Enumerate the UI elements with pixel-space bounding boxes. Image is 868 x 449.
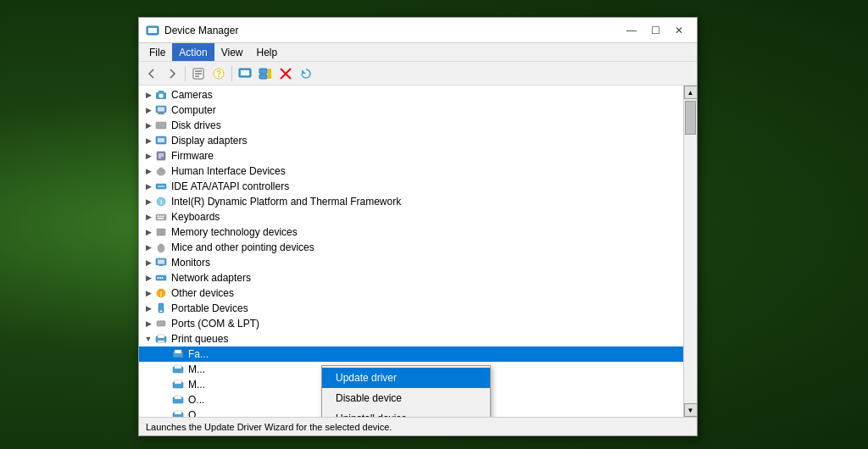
expand-arrow: ▶ (142, 119, 154, 131)
scrollbar[interactable]: ▲ ▼ (683, 86, 697, 417)
list-item[interactable]: ▶ Portable Devices (139, 301, 683, 316)
list-item[interactable]: ▶ ! Other devices (139, 285, 683, 301)
menu-view[interactable]: View (214, 43, 250, 61)
expand-arrow: ▶ (142, 318, 154, 330)
properties-toolbar-button[interactable] (189, 64, 208, 83)
keyboards-label: Keyboards (171, 211, 220, 223)
content-area: ▶ Cameras ▶ Computer ▶ Disk drives (139, 86, 697, 417)
menu-file[interactable]: File (142, 43, 172, 61)
other-devices-icon: ! (154, 286, 168, 300)
list-item[interactable]: Fa... (139, 346, 683, 362)
toolbar-sep-1 (185, 66, 186, 81)
svg-point-55 (159, 277, 161, 279)
expand-arrow: ▶ (142, 150, 154, 162)
expand-arrow: ▶ (142, 135, 154, 147)
svg-rect-60 (160, 311, 163, 313)
svg-rect-28 (158, 138, 164, 142)
computer-icon (154, 103, 168, 117)
hid-label: Human Interface Devices (171, 165, 286, 177)
ide-icon (154, 180, 168, 193)
svg-rect-34 (159, 168, 163, 171)
ctx-update-driver[interactable]: Update driver (322, 368, 490, 388)
close-button[interactable]: ✕ (668, 22, 690, 39)
network-adapters-label: Network adapters (171, 272, 251, 284)
svg-rect-51 (158, 260, 164, 264)
list-item[interactable]: ▶ Mice and other pointing devices (139, 240, 683, 255)
cameras-label: Cameras (171, 89, 213, 101)
list-item[interactable]: ▶ i Intel(R) Dynamic Platform and Therma… (139, 194, 683, 209)
forward-button[interactable] (163, 64, 181, 83)
scrollbar-track[interactable] (684, 99, 697, 403)
status-text: Launches the Update Driver Wizard for th… (146, 422, 392, 432)
delete-button[interactable] (276, 64, 295, 83)
list-item[interactable]: ▶ Memory technology devices (139, 224, 683, 240)
expand-arrow: ▶ (142, 272, 154, 284)
list-item[interactable]: ▶ Cameras (139, 87, 683, 103)
svg-rect-43 (158, 218, 164, 219)
intel-icon: i (154, 195, 168, 208)
pq-m2-icon (171, 378, 185, 391)
mice-label: Mice and other pointing devices (171, 241, 314, 253)
title-bar: Device Manager — ☐ ✕ (139, 18, 697, 43)
svg-rect-75 (175, 396, 181, 399)
svg-rect-40 (158, 216, 159, 218)
firmware-label: Firmware (171, 150, 214, 162)
svg-rect-12 (259, 75, 267, 79)
display-adapters-label: Display adapters (171, 135, 247, 147)
expand-arrow: ▶ (142, 104, 154, 116)
device-list[interactable]: ▶ Cameras ▶ Computer ▶ Disk drives (139, 86, 683, 417)
toolbar: ? (139, 62, 697, 86)
ctx-disable-device[interactable]: Disable device (322, 388, 490, 408)
list-item[interactable]: ▶ IDE ATA/ATAPI controllers (139, 179, 683, 194)
print-queues-label: Print queues (171, 333, 228, 345)
svg-rect-22 (159, 113, 164, 114)
list-item[interactable]: ▶ Ports (COM & LPT) (139, 316, 683, 331)
ctx-uninstall-device[interactable]: Uninstall device (322, 408, 490, 417)
expand-arrow: ▶ (142, 287, 154, 299)
list-item[interactable]: ▶ Firmware (139, 148, 683, 164)
pq-m1-icon (171, 363, 185, 376)
svg-rect-21 (158, 108, 164, 112)
minimize-button[interactable]: — (620, 22, 643, 39)
view-button[interactable] (256, 64, 275, 83)
ports-icon (154, 317, 168, 330)
list-item[interactable]: ▼ Print queues (139, 331, 683, 346)
list-item[interactable]: ▶ Display adapters (139, 133, 683, 148)
pq-o1-label: O... (188, 394, 204, 406)
refresh-button[interactable] (297, 64, 315, 83)
mice-icon (154, 241, 168, 254)
list-item[interactable]: ▶ Disk drives (139, 118, 683, 133)
monitors-icon (154, 256, 168, 269)
help-toolbar-button[interactable]: ? (209, 64, 228, 83)
menu-action[interactable]: Action (172, 43, 214, 61)
window-icon (146, 24, 159, 37)
pq-fax-label: Fa... (188, 348, 209, 360)
svg-rect-1 (148, 28, 157, 33)
svg-rect-67 (158, 341, 164, 342)
list-item[interactable]: ▶ Keyboards (139, 209, 683, 224)
list-item[interactable]: ▶ Monitors (139, 255, 683, 270)
list-item[interactable]: ▶ Human Interface Devices (139, 164, 683, 179)
context-menu: Update driver Disable device Uninstall d… (321, 365, 491, 417)
scan-hardware-button[interactable] (236, 64, 254, 83)
svg-rect-10 (241, 70, 249, 75)
list-item[interactable]: ▶ Computer (139, 103, 683, 118)
svg-point-18 (159, 93, 164, 98)
expand-arrow: ▶ (142, 241, 154, 253)
computer-label: Computer (171, 104, 216, 116)
back-button[interactable] (142, 64, 161, 83)
list-item[interactable]: ▶ Network adapters (139, 270, 683, 285)
expand-arrow: ▶ (142, 257, 154, 269)
scrollbar-thumb[interactable] (685, 101, 696, 135)
disk-drives-icon (154, 119, 168, 132)
scroll-down-arrow[interactable]: ▼ (684, 403, 698, 417)
scroll-up-arrow[interactable]: ▲ (684, 86, 698, 99)
other-devices-label: Other devices (171, 287, 234, 299)
svg-point-54 (158, 277, 159, 279)
svg-rect-71 (175, 365, 181, 369)
maximize-button[interactable]: ☐ (644, 22, 666, 39)
svg-rect-77 (175, 411, 181, 414)
expand-arrow: ▶ (142, 180, 154, 192)
svg-rect-69 (175, 350, 181, 353)
menu-help[interactable]: Help (250, 43, 285, 61)
